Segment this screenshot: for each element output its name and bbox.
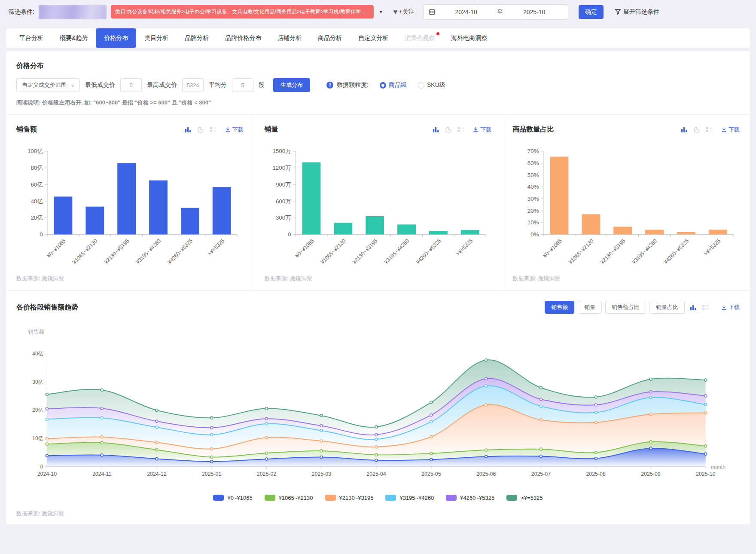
date-start-value[interactable]: 2024-10 — [438, 9, 495, 15]
nav-tab[interactable]: 海外电商洞察 — [443, 28, 495, 48]
nav-tab[interactable]: 消费者观察 — [396, 28, 443, 48]
expand-filters-button[interactable]: 展开筛选条件 — [615, 8, 659, 16]
svg-text:20%: 20% — [527, 208, 539, 214]
segments-input[interactable] — [232, 78, 253, 92]
trend-legend: ¥0~¥1065¥1065~¥2130¥2130~¥3195¥3195~¥426… — [16, 495, 740, 501]
svg-text:¥2130~¥3195: ¥2130~¥3195 — [599, 238, 627, 265]
svg-text:600万: 600万 — [276, 198, 291, 205]
nav-tab[interactable]: 品牌分析 — [177, 28, 217, 48]
list-view-icon[interactable] — [702, 304, 709, 311]
category-filter-tag[interactable]: 类目:办公设备/耗材/相关服务>电子办公/学习设备、文具电教/文化用品/商务用品… — [111, 5, 374, 18]
svg-text:0%: 0% — [531, 231, 540, 238]
max-price-input[interactable] — [182, 78, 204, 92]
bar-chart-icon[interactable] — [681, 126, 688, 133]
list-view-icon[interactable] — [210, 126, 216, 133]
legend-swatch — [325, 495, 336, 501]
svg-text:¥3195~¥4260: ¥3195~¥4260 — [631, 238, 658, 265]
granularity-radio-product[interactable]: 商品级 — [380, 81, 407, 89]
nav-tab[interactable]: 品牌价格分布 — [217, 28, 269, 48]
svg-text:¥1065~¥2130: ¥1065~¥2130 — [319, 238, 347, 265]
data-source: 数据来源: 魔镜洞察 — [512, 275, 740, 282]
date-range-picker[interactable]: 2024-10 至 2025-10 — [423, 4, 568, 20]
volume-chart-title: 销量 — [265, 125, 433, 134]
svg-text:¥4260~¥5325: ¥4260~¥5325 — [166, 238, 194, 265]
trend-metric-button[interactable]: 销售额占比 — [605, 301, 646, 314]
pie-chart-icon[interactable] — [693, 126, 700, 133]
granularity-radio-sku[interactable]: SKU级 — [418, 81, 445, 89]
download-button[interactable]: 下载 — [473, 126, 491, 134]
nav-tab[interactable]: 商品分析 — [310, 28, 350, 48]
download-label: 下载 — [729, 303, 740, 311]
svg-text:2024-12: 2024-12 — [147, 471, 167, 477]
nav-tab-label: 店铺分析 — [277, 34, 302, 41]
nav-tab[interactable]: 店铺分析 — [269, 28, 310, 48]
notification-dot — [436, 32, 439, 35]
trend-section: 各价格段销售额趋势 销售额销量销售额占比销量占比 下载 — [6, 290, 750, 524]
list-view-icon[interactable] — [457, 126, 464, 133]
legend-swatch — [446, 495, 457, 501]
legend-item[interactable]: ¥1065~¥2130 — [265, 495, 313, 501]
legend-item[interactable]: ¥0~¥1065 — [213, 495, 252, 501]
legend-item[interactable]: ¥3195~¥4260 — [385, 495, 434, 501]
nav-tab[interactable]: 平台分析 — [11, 28, 52, 48]
help-icon[interactable]: ? — [326, 82, 333, 89]
nav-tab[interactable]: 自定义分析 — [350, 28, 396, 48]
svg-text:2025-03: 2025-03 — [312, 471, 332, 477]
svg-text:40%: 40% — [527, 184, 539, 190]
download-button[interactable]: 下载 — [225, 126, 244, 134]
download-label: 下载 — [480, 126, 491, 134]
max-price-label: 最高成交价 — [147, 81, 177, 89]
bar-chart-icon[interactable] — [433, 126, 439, 133]
trend-metric-buttons: 销售额销量销售额占比销量占比 — [545, 301, 685, 314]
confirm-button[interactable]: 确定 — [579, 5, 604, 19]
bar-chart-icon[interactable] — [690, 304, 697, 311]
heart-icon: ♥ — [393, 8, 398, 15]
blurred-filter-value[interactable] — [39, 5, 107, 19]
pie-chart-icon[interactable] — [197, 126, 204, 133]
svg-text:>¥=5325: >¥=5325 — [454, 238, 473, 257]
volume-bar-chart: 0300万600万900万1200万1500万¥0~¥1065¥1065~¥21… — [265, 144, 492, 273]
follow-button[interactable]: ♥ +关注 — [393, 8, 415, 16]
legend-label: ¥2130~¥3195 — [339, 495, 374, 501]
generate-distribution-button[interactable]: 生成分布 — [273, 78, 310, 92]
svg-text:30%: 30% — [527, 196, 539, 202]
svg-text:60%: 60% — [527, 160, 539, 166]
sales-panel: 销售额 下载 020亿40亿60亿80亿100亿¥ — [6, 115, 254, 290]
download-icon — [721, 305, 727, 310]
svg-text:¥2130~¥3195: ¥2130~¥3195 — [351, 238, 378, 265]
nav-tab-label: 品牌价格分布 — [225, 34, 261, 41]
price-range-select-value: 自定义成交价范围 — [22, 81, 67, 89]
trend-metric-button[interactable]: 销量 — [578, 301, 602, 314]
avg-split-label: 平均分 — [209, 81, 227, 89]
granularity-group: ? 数据颗粒度: — [326, 81, 369, 89]
legend-item[interactable]: >¥=5325 — [506, 495, 543, 501]
nav-tab-label: 品牌分析 — [185, 34, 209, 41]
download-button[interactable]: 下载 — [721, 126, 740, 134]
svg-text:20亿: 20亿 — [32, 407, 43, 413]
svg-text:¥0~¥1065: ¥0~¥1065 — [46, 238, 67, 259]
date-end-value[interactable]: 2025-10 — [506, 9, 563, 15]
nav-tab[interactable]: 类目分析 — [136, 28, 177, 48]
svg-text:2025-08: 2025-08 — [586, 471, 606, 477]
svg-text:70%: 70% — [527, 148, 539, 154]
min-price-input[interactable] — [120, 78, 142, 92]
legend-item[interactable]: ¥2130~¥3195 — [325, 495, 374, 501]
nav-tab[interactable]: 价格分布 — [96, 28, 136, 48]
list-view-icon[interactable] — [706, 126, 713, 133]
price-range-select[interactable]: 自定义成交价范围 ∨ — [16, 78, 80, 92]
nav-tab[interactable]: 概要&趋势 — [52, 28, 96, 48]
pie-chart-icon[interactable] — [445, 126, 452, 133]
chevron-down-icon[interactable]: ▼ — [379, 9, 383, 14]
chevron-down-icon: ∨ — [71, 83, 74, 88]
volume-panel: 销量 下载 0300万600万900万1200万1 — [254, 115, 502, 290]
trend-metric-button[interactable]: 销量占比 — [649, 301, 685, 314]
download-icon — [473, 127, 479, 132]
legend-item[interactable]: ¥4260~¥5325 — [446, 495, 494, 501]
trend-metric-button[interactable]: 销售额 — [545, 301, 574, 314]
bar-chart-icon[interactable] — [185, 126, 192, 133]
sales-chart-title: 销售额 — [16, 125, 185, 134]
download-button[interactable]: 下载 — [721, 303, 740, 311]
legend-label: >¥=5325 — [521, 495, 543, 501]
download-icon — [225, 127, 231, 132]
svg-text:2024-10: 2024-10 — [37, 471, 57, 477]
